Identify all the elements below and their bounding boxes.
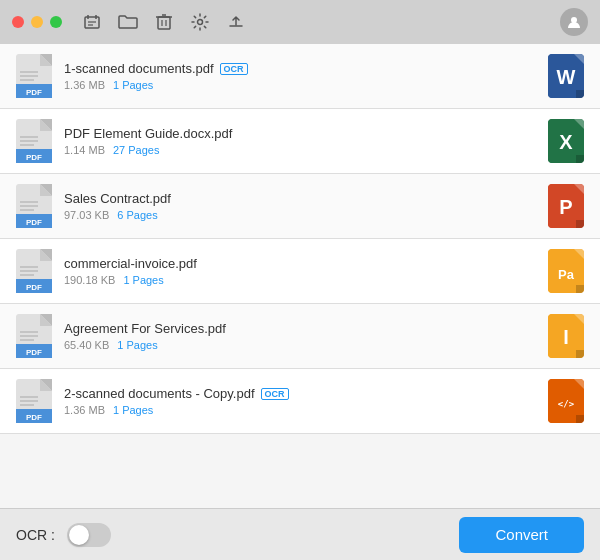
output-icon-excel[interactable]: X — [548, 119, 584, 163]
file-name: 2-scanned documents - Copy.pdfOCR — [64, 386, 548, 401]
file-name: Sales Contract.pdf — [64, 191, 548, 206]
file-pages[interactable]: 1 Pages — [123, 274, 163, 286]
file-info: Sales Contract.pdf97.03 KB6 Pages — [64, 191, 548, 221]
list-item: PDF 1-scanned documents.pdfOCR1.36 MB1 P… — [0, 44, 600, 109]
file-pages[interactable]: 27 Pages — [113, 144, 159, 156]
svg-rect-5 — [158, 17, 170, 29]
list-item: PDF Sales Contract.pdf97.03 KB6 Pages P — [0, 174, 600, 239]
file-size: 190.18 KB — [64, 274, 115, 286]
file-name-text: Sales Contract.pdf — [64, 191, 171, 206]
svg-point-10 — [198, 20, 203, 25]
output-icon-pdf2[interactable]: Pa — [548, 249, 584, 293]
title-bar — [0, 0, 600, 44]
pdf-thumbnail: PDF — [16, 54, 52, 98]
traffic-lights — [12, 16, 62, 28]
list-item: PDF Agreement For Services.pdf65.40 KB1 … — [0, 304, 600, 369]
ocr-label: OCR : — [16, 527, 55, 543]
file-name-text: 1-scanned documents.pdf — [64, 61, 214, 76]
svg-text:PDF: PDF — [26, 348, 42, 357]
file-name-text: commercial-invoice.pdf — [64, 256, 197, 271]
output-icon-code[interactable]: </> — [548, 379, 584, 423]
svg-text:PDF: PDF — [26, 413, 42, 422]
file-pages[interactable]: 6 Pages — [117, 209, 157, 221]
folder-icon[interactable] — [118, 12, 138, 32]
svg-text:PDF: PDF — [26, 88, 42, 97]
file-info: commercial-invoice.pdf190.18 KB1 Pages — [64, 256, 548, 286]
svg-text:I: I — [563, 326, 569, 348]
file-list: PDF 1-scanned documents.pdfOCR1.36 MB1 P… — [0, 44, 600, 508]
ocr-badge: OCR — [261, 388, 289, 400]
upload-icon[interactable] — [226, 12, 246, 32]
file-name: commercial-invoice.pdf — [64, 256, 548, 271]
close-button[interactable] — [12, 16, 24, 28]
pdf-thumbnail: PDF — [16, 249, 52, 293]
user-avatar[interactable] — [560, 8, 588, 36]
pdf-thumbnail: PDF — [16, 119, 52, 163]
minimize-button[interactable] — [31, 16, 43, 28]
bottom-bar: OCR : Convert — [0, 508, 600, 560]
file-size: 65.40 KB — [64, 339, 109, 351]
file-size: 1.36 MB — [64, 79, 105, 91]
maximize-button[interactable] — [50, 16, 62, 28]
file-meta: 1.36 MB1 Pages — [64, 79, 548, 91]
ocr-toggle[interactable] — [67, 523, 111, 547]
trash-icon[interactable] — [154, 12, 174, 32]
file-name: PDF Element Guide.docx.pdf — [64, 126, 548, 141]
svg-text:X: X — [559, 131, 573, 153]
file-meta: 1.14 MB27 Pages — [64, 144, 548, 156]
output-icon-indesign[interactable]: I — [548, 314, 584, 358]
list-item: PDF PDF Element Guide.docx.pdf1.14 MB27 … — [0, 109, 600, 174]
file-name: 1-scanned documents.pdfOCR — [64, 61, 548, 76]
file-pages[interactable]: 1 Pages — [117, 339, 157, 351]
file-meta: 97.03 KB6 Pages — [64, 209, 548, 221]
new-tab-icon[interactable] — [82, 12, 102, 32]
file-name-text: Agreement For Services.pdf — [64, 321, 226, 336]
svg-text:W: W — [557, 66, 576, 88]
file-name-text: 2-scanned documents - Copy.pdf — [64, 386, 255, 401]
list-item: PDF commercial-invoice.pdf190.18 KB1 Pag… — [0, 239, 600, 304]
toolbar-icons — [82, 12, 246, 32]
file-pages[interactable]: 1 Pages — [113, 404, 153, 416]
file-meta: 65.40 KB1 Pages — [64, 339, 548, 351]
svg-text:Pa: Pa — [558, 267, 575, 282]
file-pages[interactable]: 1 Pages — [113, 79, 153, 91]
file-info: PDF Element Guide.docx.pdf1.14 MB27 Page… — [64, 126, 548, 156]
pdf-thumbnail: PDF — [16, 379, 52, 423]
file-size: 1.14 MB — [64, 144, 105, 156]
svg-text:PDF: PDF — [26, 153, 42, 162]
file-size: 97.03 KB — [64, 209, 109, 221]
output-icon-word[interactable]: W — [548, 54, 584, 98]
settings-icon[interactable] — [190, 12, 210, 32]
file-info: 2-scanned documents - Copy.pdfOCR1.36 MB… — [64, 386, 548, 416]
svg-text:PDF: PDF — [26, 218, 42, 227]
file-info: 1-scanned documents.pdfOCR1.36 MB1 Pages — [64, 61, 548, 91]
file-name-text: PDF Element Guide.docx.pdf — [64, 126, 232, 141]
svg-text:P: P — [559, 196, 572, 218]
ocr-toggle-knob — [69, 525, 89, 545]
file-info: Agreement For Services.pdf65.40 KB1 Page… — [64, 321, 548, 351]
file-meta: 190.18 KB1 Pages — [64, 274, 548, 286]
output-icon-ppt[interactable]: P — [548, 184, 584, 228]
pdf-thumbnail: PDF — [16, 184, 52, 228]
file-size: 1.36 MB — [64, 404, 105, 416]
ocr-badge: OCR — [220, 63, 248, 75]
pdf-thumbnail: PDF — [16, 314, 52, 358]
list-item: PDF 2-scanned documents - Copy.pdfOCR1.3… — [0, 369, 600, 434]
svg-text:</>: </> — [558, 399, 575, 409]
svg-text:PDF: PDF — [26, 283, 42, 292]
convert-button[interactable]: Convert — [459, 517, 584, 553]
file-meta: 1.36 MB1 Pages — [64, 404, 548, 416]
file-name: Agreement For Services.pdf — [64, 321, 548, 336]
